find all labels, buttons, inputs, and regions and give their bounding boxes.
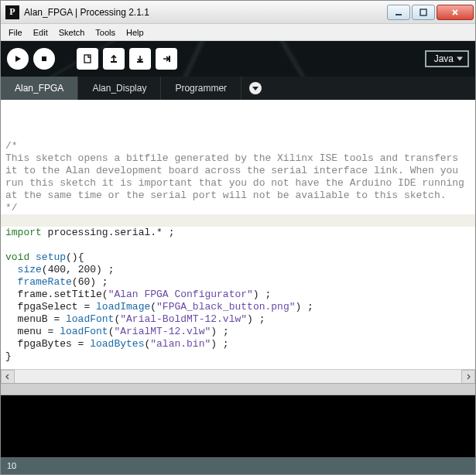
menu-file[interactable]: File [4, 26, 27, 39]
menu-tools[interactable]: Tools [91, 26, 120, 39]
svg-rect-0 [396, 14, 402, 15]
code-line: /* [5, 140, 471, 152]
svg-rect-2 [42, 56, 46, 61]
menu-sketch[interactable]: Sketch [54, 26, 90, 39]
code-line: import processing.serial.* ; [5, 227, 471, 239]
save-button[interactable] [129, 48, 151, 70]
app-icon: P [5, 5, 19, 19]
code-line: void setup(){ [5, 251, 471, 264]
code-line: fpgaSelect = loadImage("FPGA_black_butto… [5, 301, 471, 313]
tab-alan-fpga[interactable]: Alan_FPGA [1, 77, 78, 100]
svg-rect-4 [111, 61, 117, 63]
export-button[interactable] [156, 48, 177, 70]
horizontal-scrollbar[interactable] [1, 369, 475, 383]
minimize-button[interactable] [387, 5, 410, 20]
code-line: } [5, 350, 471, 363]
code-line: it to the Alan development board across … [5, 165, 471, 177]
code-line: at the same time or the serial port will… [5, 190, 471, 202]
statusbar: 10 [1, 457, 475, 474]
code-editor[interactable]: /*This sketch opens a bitfile generated … [1, 100, 475, 369]
console[interactable] [1, 395, 475, 457]
code-line: size(400, 200) ; [5, 264, 471, 276]
run-button[interactable] [7, 48, 29, 70]
window-title: Alan_FPGA | Processing 2.1.1 [24, 7, 387, 18]
code-line: frame.setTitle("Alan FPGA Configurator")… [5, 289, 471, 301]
close-button[interactable] [437, 5, 474, 20]
tab-menu-button[interactable] [241, 77, 269, 100]
new-button[interactable] [77, 48, 98, 70]
scroll-left-button[interactable] [1, 370, 15, 384]
code-line: */ [5, 202, 471, 214]
code-line: run this sketch it is important that you… [5, 177, 471, 190]
message-area [1, 383, 475, 395]
svg-rect-3 [84, 55, 91, 63]
language-mode-button[interactable]: Java [425, 50, 469, 67]
titlebar: P Alan_FPGA | Processing 2.1.1 [1, 1, 475, 24]
svg-rect-1 [420, 9, 426, 15]
app-window: P Alan_FPGA | Processing 2.1.1 FileEditS… [0, 0, 476, 475]
scroll-right-button[interactable] [461, 370, 475, 384]
svg-rect-5 [137, 61, 143, 63]
code-line [5, 239, 471, 251]
tabbar: Alan_FPGAAlan_DisplayProgrammer [1, 77, 475, 100]
code-line: fpgaBytes = loadBytes("alan.bin") ; [5, 338, 471, 350]
menu-help[interactable]: Help [122, 26, 149, 39]
tab-alan-display[interactable]: Alan_Display [78, 77, 161, 100]
svg-rect-6 [169, 56, 170, 62]
code-line: menu = loadFont("ArialMT-12.vlw") ; [5, 326, 471, 338]
code-line [5, 214, 471, 227]
code-line: menuB = loadFont("Arial-BoldMT-12.vlw") … [5, 313, 471, 326]
code-line [5, 363, 471, 369]
toolbar: Java [1, 41, 475, 77]
window-buttons [387, 5, 474, 20]
line-number: 10 [7, 461, 16, 470]
code-line: This sketch opens a bitfile generated by… [5, 152, 471, 165]
tab-programmer[interactable]: Programmer [161, 77, 241, 100]
editor-area: /*This sketch opens a bitfile generated … [1, 100, 475, 457]
menu-edit[interactable]: Edit [29, 26, 53, 39]
stop-button[interactable] [33, 48, 55, 70]
open-button[interactable] [103, 48, 125, 70]
maximize-button[interactable] [412, 5, 435, 20]
code-line: frameRate(60) ; [5, 276, 471, 289]
menubar: FileEditSketchToolsHelp [1, 24, 475, 41]
